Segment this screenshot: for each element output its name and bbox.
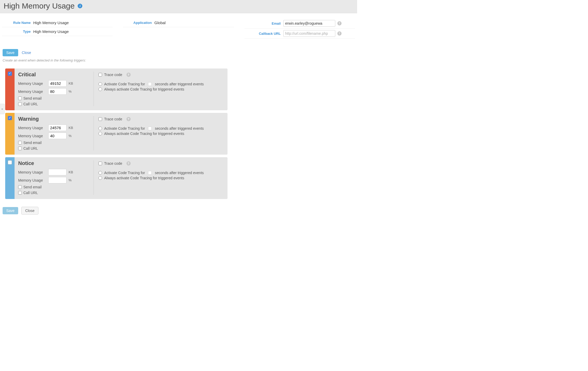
activate-seconds-prefix: Activate Code Tracing for xyxy=(104,171,145,175)
severity-stripe xyxy=(5,113,15,155)
memory-usage-kb-input[interactable] xyxy=(48,80,66,87)
severity-stripe xyxy=(5,68,15,110)
trigger-card-notice: NoticeMemory UsageKBMemory Usage%Send em… xyxy=(5,157,228,199)
memory-usage-pct-input[interactable] xyxy=(48,88,66,95)
trace-code-label: Trace code xyxy=(104,161,122,166)
save-button[interactable]: Save xyxy=(3,49,18,56)
help-icon[interactable]: ? xyxy=(126,117,131,121)
help-icon[interactable]: ? xyxy=(126,73,131,77)
page-title: High Memory Usage xyxy=(4,2,75,10)
memory-usage-kb-label: Memory Usage xyxy=(18,170,46,174)
rule-name-value: High Memory Usage xyxy=(33,20,69,25)
close-button-bottom[interactable]: Close xyxy=(21,207,38,215)
form-top: Rule Name High Memory Usage Type High Me… xyxy=(0,13,357,41)
always-activate-label: Always activate Code Tracing for trigger… xyxy=(104,176,184,180)
call-url-checkbox[interactable] xyxy=(18,102,22,106)
help-icon[interactable]: ? xyxy=(337,21,342,25)
memory-usage-kb-input[interactable] xyxy=(48,169,66,175)
application-value: Global xyxy=(154,20,165,25)
unit-percent: % xyxy=(69,90,75,93)
memory-usage-pct-label: Memory Usage xyxy=(18,90,46,94)
unit-kb: KB xyxy=(69,81,75,85)
trigger-card-critical: CriticalMemory UsageKBMemory Usage%Send … xyxy=(5,68,228,110)
send-email-checkbox[interactable] xyxy=(18,141,22,145)
call-url-label: Call URL xyxy=(23,102,38,106)
call-url-checkbox[interactable] xyxy=(18,191,22,195)
activate-seconds-suffix: seconds after triggered events xyxy=(155,171,204,175)
always-activate-radio[interactable] xyxy=(98,87,102,91)
trace-code-label: Trace code xyxy=(104,117,122,121)
trace-code-label: Trace code xyxy=(104,73,122,77)
severity-stripe xyxy=(5,157,15,199)
rule-name-label: Rule Name xyxy=(2,21,33,25)
memory-usage-pct-label: Memory Usage xyxy=(18,178,46,182)
application-label: Application xyxy=(123,21,154,25)
trigger-title: Critical xyxy=(18,72,86,78)
trigger-card-warning: WarningMemory UsageKBMemory Usage%Send e… xyxy=(5,113,228,155)
enable-trigger-checkbox[interactable] xyxy=(8,116,12,120)
activate-seconds-suffix: seconds after triggered events xyxy=(155,82,204,86)
close-link[interactable]: Close xyxy=(19,49,34,56)
trigger-title: Warning xyxy=(18,116,86,122)
type-label: Type xyxy=(2,30,33,33)
activate-seconds-input[interactable] xyxy=(148,127,152,130)
enable-trigger-checkbox[interactable] xyxy=(8,160,12,164)
memory-usage-kb-label: Memory Usage xyxy=(18,126,46,130)
always-activate-label: Always activate Code Tracing for trigger… xyxy=(104,132,184,136)
unit-kb: KB xyxy=(69,170,75,174)
memory-usage-kb-input[interactable] xyxy=(48,125,66,131)
activate-seconds-prefix: Activate Code Tracing for xyxy=(104,126,145,130)
callback-url-label: Callback URL xyxy=(244,32,283,36)
always-activate-radio[interactable] xyxy=(98,176,102,180)
callback-url-field[interactable] xyxy=(283,30,335,37)
activate-seconds-radio[interactable] xyxy=(98,82,102,86)
always-activate-label: Always activate Code Tracing for trigger… xyxy=(104,87,184,91)
help-icon[interactable]: ? xyxy=(337,31,342,36)
call-url-label: Call URL xyxy=(23,191,38,195)
save-button-bottom[interactable]: Save xyxy=(3,207,18,214)
always-activate-radio[interactable] xyxy=(98,132,102,135)
send-email-label: Send email xyxy=(23,96,42,100)
type-value: High Memory Usage xyxy=(33,29,69,34)
trace-code-checkbox[interactable] xyxy=(98,162,102,165)
memory-usage-pct-input[interactable] xyxy=(48,133,66,139)
triggers-hint: Create an event when detected in the fol… xyxy=(3,58,355,62)
send-email-checkbox[interactable] xyxy=(18,185,22,189)
unit-kb: KB xyxy=(69,126,75,130)
memory-usage-pct-input[interactable] xyxy=(48,177,66,183)
trigger-title: Notice xyxy=(18,160,86,166)
send-email-label: Send email xyxy=(23,141,42,145)
triggers-list: CriticalMemory UsageKBMemory Usage%Send … xyxy=(0,64,230,202)
collapse-handle[interactable]: « xyxy=(0,104,5,114)
activate-seconds-suffix: seconds after triggered events xyxy=(155,126,204,130)
info-icon[interactable]: i xyxy=(78,4,82,8)
unit-percent: % xyxy=(69,178,75,182)
activate-seconds-radio[interactable] xyxy=(98,127,102,130)
activate-seconds-input[interactable] xyxy=(148,171,152,175)
call-url-checkbox[interactable] xyxy=(18,147,22,150)
memory-usage-kb-label: Memory Usage xyxy=(18,81,46,86)
activate-seconds-prefix: Activate Code Tracing for xyxy=(104,82,145,86)
email-field[interactable] xyxy=(283,20,335,27)
send-email-label: Send email xyxy=(23,185,42,189)
email-label: Email xyxy=(244,22,283,25)
send-email-checkbox[interactable] xyxy=(18,97,22,100)
help-icon[interactable]: ? xyxy=(126,161,131,166)
unit-percent: % xyxy=(69,134,75,138)
trace-code-checkbox[interactable] xyxy=(98,73,102,77)
enable-trigger-checkbox[interactable] xyxy=(8,72,12,76)
activate-seconds-radio[interactable] xyxy=(98,171,102,175)
call-url-label: Call URL xyxy=(23,146,38,150)
trace-code-checkbox[interactable] xyxy=(98,117,102,121)
activate-seconds-input[interactable] xyxy=(148,82,152,86)
page-header: High Memory Usage i xyxy=(0,0,357,13)
memory-usage-pct-label: Memory Usage xyxy=(18,134,46,138)
